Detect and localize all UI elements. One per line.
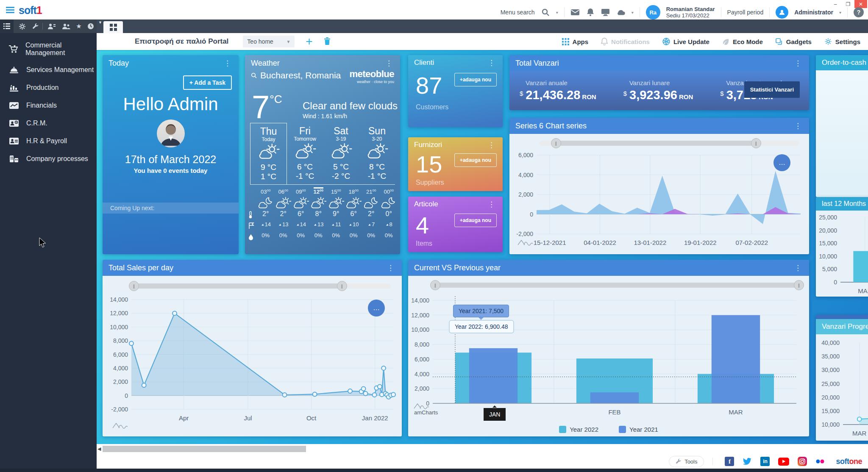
notifications-bell-icon[interactable] (586, 8, 595, 17)
chart-range-slider[interactable]: ∥∥ (435, 280, 799, 290)
widget-title: last 12 Months Sales (822, 200, 868, 208)
user-caret-icon[interactable]: ▾ (839, 10, 841, 15)
kebab-menu-icon[interactable]: ⋮ (486, 141, 497, 150)
chart-range-slider[interactable]: ∥∥ (539, 138, 799, 148)
twitter-icon[interactable] (743, 457, 752, 466)
slider-handle-left[interactable]: ∥ (129, 281, 139, 291)
kebab-menu-icon[interactable]: ⋮ (384, 59, 394, 68)
weather-hour-column[interactable]: 09006°▲140% (292, 187, 310, 242)
svg-text:4,000: 4,000 (415, 371, 429, 378)
facebook-icon[interactable]: f (725, 457, 734, 466)
weather-hour-column[interactable]: 12008°▲130% (310, 187, 328, 242)
forecast-day[interactable]: Sun3-20 8 °C-1 °C (359, 123, 395, 184)
back-to-old-portal-link[interactable]: Επιστροφή σε παλιό Portal (135, 37, 228, 46)
slider-handle-right[interactable]: ∥ (751, 138, 761, 148)
linkedin-icon[interactable]: in (760, 457, 770, 466)
company-info[interactable]: Romanian Standar Sediu 17/03/2022 (666, 6, 715, 19)
weather-hour-column[interactable]: 18006°▲100% (345, 187, 363, 242)
tab-dashboard[interactable] (103, 21, 123, 33)
flickr-icon[interactable] (815, 457, 825, 466)
series6-area-chart: -2,00002,0004,0006,00015-12-202104-01-20… (512, 151, 807, 253)
cloud-caret-icon[interactable]: ▾ (632, 10, 634, 15)
sidebar-item-crm[interactable]: C.R.M. (0, 114, 97, 132)
forecast-day[interactable]: FriTomorrow 6 °C-1 °C (287, 123, 323, 184)
gadgets-button[interactable]: Gadgets (776, 38, 812, 45)
users-icon[interactable] (59, 19, 73, 33)
kebab-menu-icon[interactable]: ⋮ (486, 58, 497, 67)
monitor-icon[interactable] (601, 8, 610, 17)
sidebar-item-company-processes[interactable]: Company processes (0, 150, 97, 168)
svg-text:Oct: Oct (306, 414, 317, 422)
slider-handle-right[interactable]: ∥ (337, 281, 347, 291)
help-icon[interactable]: ? (854, 7, 864, 17)
menu-search-label[interactable]: Menu search (501, 9, 535, 16)
payroll-period-link[interactable]: Payroll period (727, 9, 764, 16)
gear-icon[interactable] (15, 19, 29, 33)
live-update-button[interactable]: Live Update (662, 38, 709, 45)
hamburger-menu-icon[interactable] (6, 7, 14, 13)
horizontal-scrollbar[interactable]: ◀ (97, 444, 868, 454)
delete-dashboard-button[interactable] (324, 37, 331, 47)
eco-mode-button[interactable]: Eco Mode (722, 38, 763, 45)
slider-handle-left[interactable]: ∥ (430, 280, 440, 290)
forecast-day[interactable]: ThuToday 9 °C1 °C (250, 123, 287, 184)
svg-text:-2,000: -2,000 (111, 406, 128, 413)
weather-hour-column[interactable]: 03002°▲140% (257, 187, 275, 242)
settings-button[interactable]: Settings (824, 38, 860, 45)
user-name[interactable]: Administrator (794, 9, 833, 16)
weather-hour-column[interactable]: 00000°▲80% (380, 187, 398, 242)
tab-overflow-caret-icon[interactable]: ▼ (98, 20, 102, 25)
search-caret-icon[interactable]: ▾ (556, 10, 558, 15)
kebab-menu-icon[interactable]: ⋮ (793, 264, 803, 272)
tools-button[interactable]: Tools (669, 456, 704, 467)
search-icon[interactable] (541, 8, 550, 17)
weather-location[interactable]: Bucharest, Romania (251, 70, 341, 81)
sales-statistics-button[interactable]: Statistici Vanzari (744, 81, 800, 98)
widget-title: Today (108, 59, 129, 68)
sidebar-item-services-management[interactable]: Services Management (0, 61, 97, 79)
mail-icon[interactable] (570, 8, 580, 17)
sidebar-item-hr-payroll[interactable]: H.R & Payroll (0, 132, 97, 150)
apps-button[interactable]: Apps (562, 38, 589, 45)
add-task-button[interactable]: + Add a Task (183, 75, 232, 90)
legend-year-2021[interactable]: Year 2021 (619, 426, 658, 433)
add-item-button[interactable]: +adauga nou (454, 214, 497, 227)
scroll-left-arrow-icon[interactable]: ◀ (97, 446, 101, 452)
slider-handle-left[interactable]: ∥ (551, 138, 561, 148)
notifications-button[interactable]: Notifications (601, 38, 650, 45)
youtube-icon[interactable] (778, 458, 789, 466)
scrollbar-thumb[interactable] (103, 446, 306, 452)
cloud-icon[interactable] (616, 8, 626, 17)
kebab-menu-icon[interactable]: ⋮ (793, 122, 803, 130)
chart-more-button[interactable]: … (773, 154, 790, 171)
kebab-menu-icon[interactable]: ⋮ (222, 59, 233, 68)
weather-hour-column[interactable]: 06002°▲130% (275, 187, 292, 242)
sidebar-item-commercial-management[interactable]: Commercial Management (0, 37, 97, 61)
svg-text:2,000: 2,000 (113, 378, 128, 385)
company-logo-badge[interactable]: Ra (646, 5, 660, 19)
greeting-text: Hello Admin (103, 94, 239, 114)
legend-year-2022[interactable]: Year 2022 (559, 426, 598, 433)
user-avatar[interactable] (776, 6, 788, 19)
add-dashboard-button[interactable]: + (306, 37, 312, 46)
contact-add-icon[interactable] (45, 19, 58, 33)
kebab-menu-icon[interactable]: ⋮ (385, 264, 396, 272)
chart-range-slider[interactable]: ∥∥ (134, 281, 391, 291)
add-customer-button[interactable]: +adauga nou (454, 73, 497, 86)
sidebar-item-financials[interactable]: Financials (0, 97, 97, 114)
instagram-icon[interactable] (798, 457, 807, 466)
menu-list-icon[interactable] (0, 19, 14, 33)
kebab-menu-icon[interactable]: ⋮ (793, 59, 803, 68)
weather-hour-column[interactable]: 21002°▲70% (362, 187, 380, 242)
weather-hour-column[interactable]: 15009°▲110% (327, 187, 345, 242)
add-supplier-button[interactable]: +adauga nou (454, 153, 497, 167)
slider-handle-right[interactable]: ∥ (794, 280, 804, 290)
kebab-menu-icon[interactable]: ⋮ (486, 200, 497, 209)
wrench-icon[interactable] (29, 19, 42, 33)
home-select[interactable]: Teo home ▼ (243, 36, 295, 47)
chart-more-button[interactable]: … (368, 300, 385, 317)
sun-cloud-icon (359, 142, 395, 162)
sidebar-item-production[interactable]: Production (0, 79, 97, 97)
forecast-day[interactable]: Sat3-19 5 °C-2 °C (323, 123, 359, 184)
recent-clock-icon[interactable] (84, 19, 97, 33)
